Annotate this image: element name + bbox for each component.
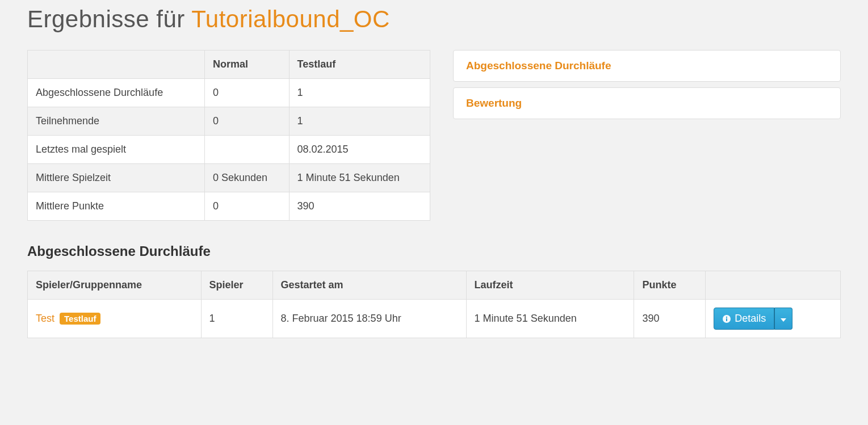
page-title-prefix: Ergebnisse für	[27, 6, 191, 32]
runs-table: Spieler/Gruppenname Spieler Gestartet am…	[27, 271, 841, 338]
svg-rect-2	[726, 317, 727, 318]
runs-header-actions	[706, 271, 841, 300]
stats-row-normal: 0	[204, 107, 289, 136]
table-row: Mittlere Spielzeit 0 Sekunden 1 Minute 5…	[28, 164, 430, 192]
stats-row-testlauf: 390	[289, 192, 430, 221]
nav-link-rating[interactable]: Bewertung	[454, 88, 840, 119]
run-name-link[interactable]: Test	[36, 313, 54, 324]
page-title: Ergebnisse für Tutorialbound_OC	[27, 6, 841, 33]
caret-down-icon	[781, 316, 786, 322]
run-players: 1	[201, 300, 272, 338]
nav-panel-item: Abgeschlossene Durchläufe	[453, 50, 841, 82]
stats-row-testlauf: 1	[289, 79, 430, 107]
run-name-cell: Test Testlauf	[28, 300, 202, 338]
stats-header-empty	[28, 51, 205, 79]
details-dropdown-toggle[interactable]	[774, 308, 792, 330]
runs-header-playergroup: Spieler/Gruppenname	[28, 271, 202, 300]
page-title-accent: Tutorialbound_OC	[191, 6, 390, 32]
stats-row-testlauf: 08.02.2015	[289, 136, 430, 164]
svg-rect-1	[726, 318, 727, 321]
runs-header-points: Punkte	[634, 271, 706, 300]
run-runtime: 1 Minute 51 Sekunden	[466, 300, 634, 338]
table-row: Mittlere Punkte 0 390	[28, 192, 430, 221]
nav-link-completed-runs[interactable]: Abgeschlossene Durchläufe	[454, 51, 840, 81]
runs-header-started: Gestartet am	[272, 271, 466, 300]
stats-row-label: Abgeschlossene Durchläufe	[28, 79, 205, 107]
run-points: 390	[634, 300, 706, 338]
stats-row-label: Mittlere Spielzeit	[28, 164, 205, 192]
stats-row-label: Letztes mal gespielt	[28, 136, 205, 164]
table-row: Teilnehmende 0 1	[28, 107, 430, 136]
stats-row-normal	[204, 136, 289, 164]
run-actions: Details	[706, 300, 841, 338]
testlauf-badge: Testlauf	[60, 313, 100, 325]
stats-row-testlauf: 1	[289, 107, 430, 136]
stats-row-label: Mittlere Punkte	[28, 192, 205, 221]
runs-header-runtime: Laufzeit	[466, 271, 634, 300]
stats-row-normal: 0	[204, 192, 289, 221]
table-row: Test Testlauf 1 8. Februar 2015 18:59 Uh…	[28, 300, 841, 338]
stats-table: Normal Testlauf Abgeschlossene Durchläuf…	[27, 50, 430, 221]
stats-row-normal: 0	[204, 79, 289, 107]
svg-marker-3	[781, 318, 786, 322]
stats-header-normal: Normal	[204, 51, 289, 79]
stats-row-testlauf: 1 Minute 51 Sekunden	[289, 164, 430, 192]
stats-row-normal: 0 Sekunden	[204, 164, 289, 192]
details-button[interactable]: Details	[714, 308, 774, 330]
info-icon	[722, 314, 731, 323]
section-heading-completed-runs: Abgeschlossene Durchläufe	[27, 243, 841, 259]
stats-row-label: Teilnehmende	[28, 107, 205, 136]
table-row: Abgeschlossene Durchläufe 0 1	[28, 79, 430, 107]
details-button-label: Details	[735, 313, 766, 325]
stats-header-testlauf: Testlauf	[289, 51, 430, 79]
table-row: Letztes mal gespielt 08.02.2015	[28, 136, 430, 164]
run-started: 8. Februar 2015 18:59 Uhr	[272, 300, 466, 338]
runs-header-players: Spieler	[201, 271, 272, 300]
nav-panel-item: Bewertung	[453, 87, 841, 119]
